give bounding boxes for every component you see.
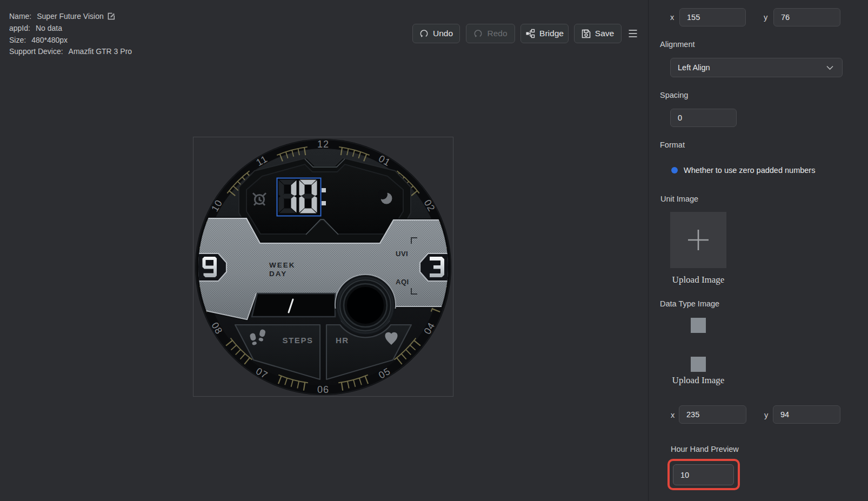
svg-text:HR: HR	[336, 336, 349, 345]
svg-text:06: 06	[317, 384, 329, 395]
svg-text:STEPS: STEPS	[282, 336, 313, 345]
svg-text:UVI: UVI	[396, 250, 408, 258]
svg-text:DAY: DAY	[269, 270, 287, 278]
svg-text:WEEK: WEEK	[269, 261, 296, 269]
svg-text:12: 12	[317, 139, 329, 150]
svg-text:AQI: AQI	[396, 278, 409, 286]
